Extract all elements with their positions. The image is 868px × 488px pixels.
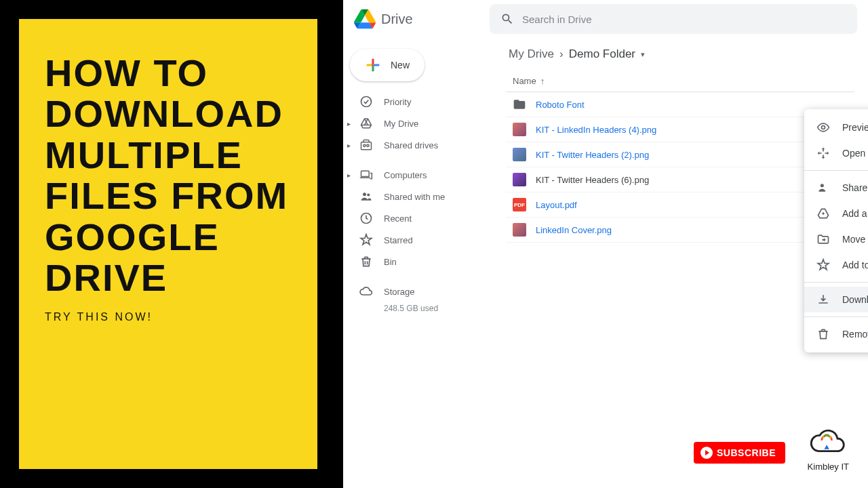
open-with-icon [816,146,830,160]
brand-name: Kimbley IT [808,462,849,472]
svg-rect-1 [361,142,372,150]
menu-item-moveto[interactable]: Move to [804,226,868,252]
chevron-right-icon: ▸ [347,120,351,127]
sidebar-item-label: Recent [384,214,412,224]
chevron-right-icon: › [559,47,564,61]
menu-item-share[interactable]: Share [804,175,868,201]
sidebar-item-label: Shared with me [384,192,445,202]
brand-cloud-icon [809,429,847,458]
plus-icon [363,56,382,75]
menu-item-download[interactable]: Download [804,287,868,312]
image-thumbnail-icon [513,223,526,237]
menu-item-openwith[interactable]: Open with › [804,140,868,166]
breadcrumb-root[interactable]: My Drive [509,47,554,61]
promo-panel: HOW TO DOWNLOAD MULTIPLE FILES FROM GOOG… [19,19,317,469]
sidebar-item-bin[interactable]: Bin [343,251,492,272]
menu-item-starred[interactable]: Add to Starred [804,252,868,278]
promo-title: HOW TO DOWNLOAD MULTIPLE FILES FROM GOOG… [45,53,292,299]
person-add-icon [816,181,830,195]
people-icon [359,190,373,203]
brand-logo: Kimbley IT [808,429,849,472]
file-name: KIT - Twitter Headers (6).png [536,175,649,185]
sidebar-item-label: Priority [384,97,411,107]
menu-item-label: Preview [842,122,868,133]
file-row-image[interactable]: KIT - Twitter Headers (2).png [506,142,854,167]
shared-drives-icon [359,138,373,152]
shortcut-icon [816,207,830,220]
breadcrumb-current[interactable]: Demo Folder [569,47,635,61]
svg-rect-4 [361,171,370,176]
menu-item-remove[interactable]: Remove [804,321,868,347]
subscribe-button[interactable]: SUBSCRIBE [694,442,785,464]
drive-logo[interactable]: Drive [354,8,490,30]
star-icon [359,233,373,247]
new-button[interactable]: New [350,49,425,81]
chevron-right-icon: ▸ [347,142,351,149]
storage-used-text: 248.5 GB used [343,302,492,313]
download-icon [816,293,830,306]
search-bar[interactable]: Search in Drive [490,4,857,34]
sidebar-item-label: Storage [384,287,415,297]
file-name: KIT - LinkedIn Headers (4).png [536,125,656,135]
drive-window: Drive Search in Drive New Priority ▸ My … [343,0,868,488]
drive-logo-text: Drive [381,12,413,27]
eye-icon [816,121,830,134]
sidebar-item-label: Computers [384,170,427,180]
move-icon [816,232,830,246]
file-name: Layout.pdf [536,200,577,210]
file-name: Roboto Font [536,100,585,110]
sidebar-item-label: Bin [384,257,397,267]
breadcrumb: My Drive › Demo Folder ▾ [506,38,854,70]
svg-point-3 [367,144,369,146]
svg-point-0 [361,97,372,107]
file-row-image[interactable]: KIT - LinkedIn Headers (4).png [506,117,854,142]
sidebar: New Priority ▸ My Drive ▸ Shared drives … [343,38,492,488]
sidebar-item-computers[interactable]: ▸ Computers [343,164,492,186]
menu-item-preview[interactable]: Preview [804,115,868,140]
svg-point-9 [821,184,824,187]
clock-icon [359,211,373,225]
cursor-icon: ↖ [759,463,768,476]
file-row-pdf[interactable]: PDF Layout.pdf [506,192,854,218]
menu-item-label: Download [842,294,868,305]
menu-item-label: Move to [842,234,868,245]
image-thumbnail-icon [513,173,526,186]
cloud-icon [359,285,373,298]
menu-item-label: Open with [842,148,868,159]
menu-item-label: Add a shortcut to Drive [842,208,868,219]
column-header-name[interactable]: Name ↑ [506,70,854,92]
play-icon [701,447,713,459]
sort-arrow-up-icon: ↑ [540,76,545,86]
search-placeholder: Search in Drive [522,14,592,25]
svg-point-5 [363,192,366,196]
file-name: LinkedIn Cover.png [536,225,612,235]
image-thumbnail-icon [513,123,526,136]
sidebar-item-label: Starred [384,235,413,245]
file-name: KIT - Twitter Headers (2).png [536,150,649,160]
sidebar-item-recent[interactable]: Recent [343,207,492,229]
chevron-down-icon[interactable]: ▾ [641,50,645,59]
svg-point-8 [822,126,825,129]
sidebar-item-shareddrives[interactable]: ▸ Shared drives [343,134,492,156]
svg-point-6 [367,193,370,196]
file-row-folder[interactable]: Roboto Font [506,92,854,117]
file-row-image[interactable]: LinkedIn Cover.png [506,218,854,243]
trash-icon [359,255,373,268]
menu-divider [804,282,868,283]
image-thumbnail-icon [513,148,526,161]
subscribe-label: SUBSCRIBE [717,447,776,458]
menu-item-label: Remove [842,329,868,340]
sidebar-item-priority[interactable]: Priority [343,91,492,113]
sidebar-item-mydrive[interactable]: ▸ My Drive [343,113,492,134]
svg-point-2 [363,144,366,146]
menu-item-label: Share [842,182,867,193]
sidebar-item-storage[interactable]: Storage [343,281,492,302]
menu-item-shortcut[interactable]: Add a shortcut to Drive ? [804,201,868,226]
file-row-image[interactable]: KIT - Twitter Headers (6).png [506,167,854,192]
main-area: My Drive › Demo Folder ▾ Name ↑ Roboto F… [492,38,868,488]
star-icon [816,258,830,272]
sidebar-item-sharedwithme[interactable]: Shared with me [343,186,492,207]
menu-divider [804,170,868,171]
sidebar-item-starred[interactable]: Starred [343,229,492,251]
new-button-label: New [391,60,410,70]
